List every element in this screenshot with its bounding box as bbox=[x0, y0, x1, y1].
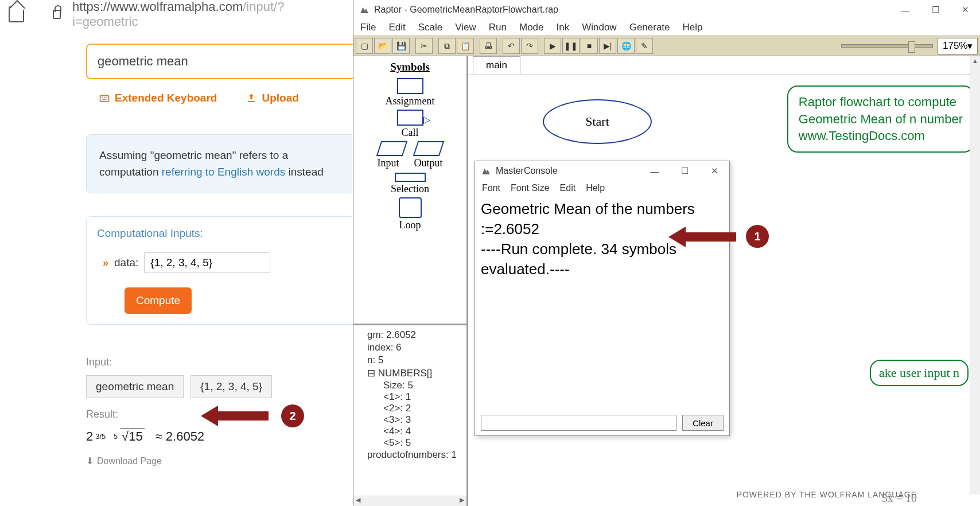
minimize-button[interactable]: — bbox=[890, 0, 920, 20]
zoom-text: 175% bbox=[943, 40, 967, 52]
annot1-line1: Raptor flowchart to compute bbox=[799, 94, 963, 111]
menu-scale[interactable]: Scale bbox=[418, 22, 443, 33]
console-menu-edit[interactable]: Edit bbox=[560, 183, 576, 193]
formula-radicand: √15 bbox=[120, 429, 145, 444]
console-line-2: ----Run complete. 34 symbols evaluated.-… bbox=[481, 239, 724, 279]
computational-inputs-box: Computational Inputs: » data: Compute bbox=[86, 216, 356, 325]
annot1-line3: www.TestingDocs.com bbox=[799, 127, 963, 145]
var-arr-1: <1>: 1 bbox=[357, 391, 463, 403]
data-label: data: bbox=[114, 256, 138, 269]
pause-icon[interactable]: ❚❚ bbox=[562, 38, 580, 54]
symbol-input[interactable]: Input bbox=[377, 157, 399, 169]
console-menu-font[interactable]: Font bbox=[482, 183, 500, 193]
svg-rect-0 bbox=[100, 96, 109, 102]
wolfram-search-input[interactable]: geometric mean bbox=[86, 44, 356, 79]
menu-run[interactable]: Run bbox=[489, 22, 507, 33]
call-shape-icon[interactable]: ▷ bbox=[397, 110, 423, 126]
var-arr-3: <3>: 3 bbox=[357, 414, 463, 426]
raptor-app-icon bbox=[359, 5, 370, 15]
symbols-heading: Symbols bbox=[353, 61, 466, 73]
console-input[interactable] bbox=[481, 415, 676, 431]
console-minimize-button[interactable]: — bbox=[640, 161, 670, 181]
menu-edit[interactable]: Edit bbox=[388, 22, 405, 33]
input-pill-data: {1, 2, 3, 4, 5} bbox=[190, 375, 272, 398]
cut-icon[interactable]: ✂ bbox=[415, 38, 433, 54]
callout-badge-2: 2 bbox=[281, 404, 304, 427]
play-icon[interactable]: ▶ bbox=[544, 38, 561, 54]
close-button[interactable]: ✕ bbox=[950, 0, 980, 20]
symbol-loop[interactable]: Loop bbox=[353, 219, 466, 231]
console-menu-help[interactable]: Help bbox=[586, 183, 605, 193]
symbol-assignment[interactable]: Assignment bbox=[353, 95, 466, 107]
input-shape-icon[interactable] bbox=[376, 141, 407, 156]
lock-icon bbox=[53, 10, 61, 19]
assume-link[interactable]: referring to English words bbox=[162, 166, 285, 178]
print-icon[interactable]: 🖶 bbox=[480, 38, 497, 54]
upload-button[interactable]: Upload bbox=[246, 92, 298, 104]
home-icon[interactable] bbox=[9, 6, 24, 22]
extended-keyboard-button[interactable]: Extended Keyboard bbox=[99, 92, 217, 104]
raptor-titlebar: Raptor - GeometricMeanRaptorFlowchart.ra… bbox=[353, 0, 980, 20]
clear-button[interactable]: Clear bbox=[682, 415, 724, 431]
pen-icon[interactable]: ✎ bbox=[636, 38, 653, 54]
stop-icon[interactable]: ■ bbox=[581, 38, 598, 54]
copy-icon[interactable]: ⧉ bbox=[438, 38, 456, 54]
zoom-slider[interactable] bbox=[841, 44, 933, 48]
var-numbers[interactable]: ⊟ NUMBERS[] bbox=[357, 367, 463, 380]
upload-icon bbox=[246, 92, 257, 104]
menu-ink[interactable]: Ink bbox=[557, 22, 570, 33]
globe-icon[interactable]: 🌐 bbox=[617, 38, 635, 54]
menu-help[interactable]: Help bbox=[683, 22, 703, 33]
new-file-icon[interactable]: ▢ bbox=[356, 38, 373, 54]
console-title-text: MasterConsole bbox=[496, 166, 558, 176]
menu-mode[interactable]: Mode bbox=[519, 22, 544, 33]
result-heading: Result: bbox=[86, 408, 356, 421]
loop-shape-icon[interactable] bbox=[399, 197, 422, 218]
raptor-menubar: File Edit Scale View Run Mode Ink Window… bbox=[353, 20, 980, 36]
assignment-shape-icon[interactable] bbox=[397, 78, 423, 94]
paste-icon[interactable]: 📋 bbox=[457, 38, 474, 54]
download-page-link[interactable]: ⬇ Download Page bbox=[86, 456, 356, 466]
maximize-button[interactable]: ☐ bbox=[920, 0, 950, 20]
console-maximize-button[interactable]: ☐ bbox=[670, 161, 699, 181]
menu-window[interactable]: Window bbox=[582, 22, 616, 33]
menu-generate[interactable]: Generate bbox=[629, 22, 670, 33]
zoom-value[interactable]: 175%▾ bbox=[938, 38, 978, 55]
upload-label: Upload bbox=[262, 92, 298, 104]
symbol-call[interactable]: Call bbox=[353, 127, 466, 139]
console-titlebar[interactable]: MasterConsole — ☐ ✕ bbox=[475, 161, 729, 181]
dropdown-icon[interactable]: ▾ bbox=[967, 40, 973, 52]
undo-icon[interactable]: ↶ bbox=[503, 38, 520, 54]
open-file-icon[interactable]: 📂 bbox=[374, 38, 391, 54]
raptor-toolbar: ▢ 📂 💾 ✂ ⧉ 📋 🖶 ↶ ↷ ▶ ❚❚ ■ ▶| 🌐 ✎ 175%▾ bbox=[353, 36, 980, 56]
formula-base: 2 bbox=[86, 429, 93, 444]
pane-scrollbar[interactable]: ◀▶ bbox=[353, 496, 466, 506]
var-n: n: 5 bbox=[357, 354, 463, 367]
console-menu-fontsize[interactable]: Font Size bbox=[511, 183, 550, 193]
tab-main[interactable]: main bbox=[473, 56, 520, 74]
vertical-scrollbar[interactable] bbox=[970, 56, 980, 495]
menu-view[interactable]: View bbox=[455, 22, 476, 33]
comp-inputs-heading: Computational Inputs: bbox=[97, 227, 345, 240]
console-close-button[interactable]: ✕ bbox=[699, 161, 729, 181]
compute-button[interactable]: Compute bbox=[125, 287, 192, 314]
symbol-selection[interactable]: Selection bbox=[353, 183, 466, 195]
redo-icon[interactable]: ↷ bbox=[521, 38, 538, 54]
result-section: Result: 23/5 5√15 ≈ 2.6052 bbox=[86, 408, 356, 444]
raptor-title-text: Raptor - GeometricMeanRaptorFlowchart.ra… bbox=[374, 5, 558, 15]
console-line-1: Geometric Mean of the numbers :=2.6052 bbox=[481, 199, 724, 239]
console-output: Geometric Mean of the numbers :=2.6052 -… bbox=[475, 196, 729, 396]
data-input[interactable] bbox=[144, 252, 270, 273]
assumption-box: Assuming "geometric mean" refers to a co… bbox=[86, 134, 356, 193]
menu-file[interactable]: File bbox=[360, 22, 376, 33]
console-menubar: Font Font Size Edit Help bbox=[475, 181, 729, 196]
input-pill-func: geometric mean bbox=[86, 375, 184, 398]
step-icon[interactable]: ▶| bbox=[599, 38, 616, 54]
url-display[interactable]: https://www.wolframalpha.com/input/?i=ge… bbox=[72, 0, 343, 29]
start-node[interactable]: Start bbox=[543, 99, 652, 144]
output-shape-icon[interactable] bbox=[413, 141, 444, 156]
symbol-output[interactable]: Output bbox=[414, 157, 442, 169]
var-size: Size: 5 bbox=[357, 380, 463, 391]
save-file-icon[interactable]: 💾 bbox=[392, 38, 410, 54]
selection-shape-icon[interactable] bbox=[395, 173, 426, 182]
